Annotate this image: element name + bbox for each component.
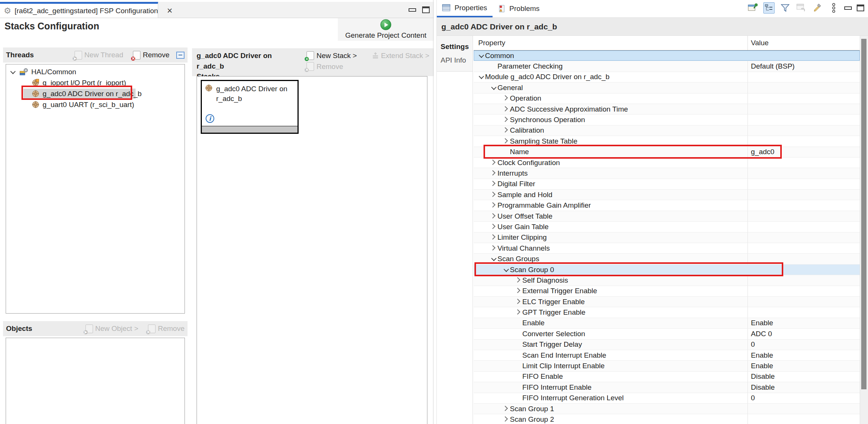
- chevron-down-icon[interactable]: [477, 72, 485, 82]
- stack-card-g-adc0[interactable]: g_adc0 ADC Driver on r_adc_b i: [201, 80, 299, 134]
- info-icon[interactable]: i: [206, 114, 214, 123]
- property-row[interactable]: Nameg_adc0: [474, 147, 860, 158]
- collapse-view-icon[interactable]: [176, 52, 185, 59]
- chevron-down-icon[interactable]: [502, 265, 510, 275]
- chevron-right-icon[interactable]: [489, 158, 497, 168]
- linked-tree-icon[interactable]: [763, 2, 775, 14]
- property-value[interactable]: [747, 126, 860, 136]
- property-value[interactable]: [747, 265, 860, 275]
- generate-project-content-button[interactable]: Generate Project Content: [338, 18, 434, 41]
- property-value[interactable]: [747, 104, 860, 114]
- new-object-button[interactable]: ➤ New Object >: [85, 325, 139, 333]
- property-value[interactable]: Default (BSP): [747, 61, 860, 71]
- tab-fsp-configuration[interactable]: ⚙ [ra6t2_adc_gettingstarted] FSP Configu…: [0, 2, 158, 18]
- property-value[interactable]: [747, 168, 860, 178]
- property-value[interactable]: [747, 51, 860, 61]
- remove-stack-button[interactable]: ✕ Remove: [307, 62, 343, 71]
- property-value[interactable]: [747, 190, 860, 200]
- property-row[interactable]: Interrupts: [474, 168, 860, 179]
- property-value[interactable]: [747, 211, 860, 221]
- property-value[interactable]: ADC 0: [747, 329, 860, 339]
- property-value[interactable]: [747, 254, 860, 264]
- property-value[interactable]: [747, 233, 860, 243]
- property-value[interactable]: 0: [747, 340, 860, 350]
- property-row[interactable]: Limiter Clipping: [474, 233, 860, 243]
- property-row[interactable]: Scan Group 2: [474, 414, 860, 424]
- tab-properties[interactable]: Properties: [437, 0, 493, 17]
- sash-divider[interactable]: [433, 0, 433, 424]
- chevron-down-icon[interactable]: [477, 51, 485, 61]
- property-value[interactable]: [747, 275, 860, 285]
- property-value[interactable]: [747, 93, 860, 104]
- property-row[interactable]: Module g_adc0 ADC Driver on r_adc_b: [474, 72, 860, 83]
- tree-item[interactable]: g_uart0 UART (r_sci_b_uart): [6, 99, 185, 110]
- maximize-icon[interactable]: [857, 5, 864, 11]
- new-stack-button[interactable]: + New Stack >: [307, 51, 357, 60]
- chevron-right-icon[interactable]: [514, 286, 522, 296]
- property-row[interactable]: Self Diagnosis: [474, 275, 860, 286]
- property-row[interactable]: FIFO Interrupt Generation Level0: [474, 393, 860, 404]
- chevron-right-icon[interactable]: [502, 93, 510, 104]
- tree-item[interactable]: g_adc0 ADC Driver on r_adc_b: [6, 88, 185, 99]
- property-value[interactable]: [747, 115, 860, 125]
- property-column-header[interactable]: Property: [474, 39, 747, 47]
- tab-problems[interactable]: Problems: [493, 0, 545, 17]
- highlight-icon[interactable]: [812, 2, 823, 14]
- property-row[interactable]: Sampling State Table: [474, 136, 860, 147]
- remove-object-button[interactable]: ✕ Remove: [148, 325, 185, 333]
- property-value[interactable]: Disable: [747, 382, 860, 392]
- sidebar-item-api-info[interactable]: API Info: [441, 56, 473, 64]
- chevron-right-icon[interactable]: [489, 243, 497, 253]
- view-menu-icon[interactable]: [828, 2, 839, 14]
- property-row[interactable]: Scan Groups: [474, 254, 860, 264]
- tree-item[interactable]: HAL/Common: [6, 66, 185, 77]
- chevron-right-icon[interactable]: [502, 115, 510, 125]
- property-value[interactable]: [747, 243, 860, 253]
- value-column-header[interactable]: Value: [747, 36, 860, 50]
- restore-defaults-icon[interactable]: [796, 2, 807, 14]
- chevron-right-icon[interactable]: [502, 414, 510, 424]
- sidebar-item-settings[interactable]: Settings: [441, 43, 473, 51]
- scrollbar-thumb[interactable]: [861, 39, 866, 389]
- property-row[interactable]: Start Trigger Delay0: [474, 340, 860, 350]
- chevron-right-icon[interactable]: [489, 222, 497, 232]
- property-value[interactable]: Enable: [747, 318, 860, 328]
- pin-view-icon[interactable]: [747, 2, 758, 14]
- close-icon[interactable]: ✕: [167, 6, 173, 15]
- property-value[interactable]: [747, 222, 860, 232]
- property-value[interactable]: [747, 404, 860, 414]
- property-row[interactable]: Parameter CheckingDefault (BSP): [474, 61, 860, 72]
- chevron-right-icon[interactable]: [514, 307, 522, 317]
- property-row[interactable]: Synchronous Operation: [474, 115, 860, 125]
- property-row[interactable]: FIFO Interrupt EnableDisable: [474, 382, 860, 393]
- property-row[interactable]: Operation: [474, 93, 860, 104]
- tree-item[interactable]: g_ioport I/O Port (r_ioport): [6, 77, 185, 88]
- chevron-right-icon[interactable]: [502, 136, 510, 146]
- property-row[interactable]: Scan Group 0: [474, 265, 860, 275]
- property-value[interactable]: [747, 200, 860, 210]
- property-value[interactable]: [747, 307, 860, 317]
- property-row[interactable]: User Offset Table: [474, 211, 860, 222]
- property-value[interactable]: [747, 179, 860, 189]
- property-value[interactable]: Enable: [747, 350, 860, 360]
- minimize-icon[interactable]: [844, 6, 852, 10]
- chevron-right-icon[interactable]: [502, 104, 510, 114]
- property-row[interactable]: Programmable Gain Amplifier: [474, 200, 860, 211]
- chevron-right-icon[interactable]: [489, 200, 497, 210]
- chevron-down-icon[interactable]: [489, 254, 497, 264]
- chevron-right-icon[interactable]: [502, 126, 510, 136]
- vertical-scrollbar[interactable]: [860, 36, 868, 424]
- extend-stack-button[interactable]: Extend Stack >: [372, 51, 429, 60]
- chevron-right-icon[interactable]: [489, 211, 497, 221]
- property-row[interactable]: Calibration: [474, 126, 860, 136]
- remove-thread-button[interactable]: ✕ Remove: [133, 51, 169, 60]
- chevron-down-icon[interactable]: [489, 83, 497, 93]
- chevron-down-icon[interactable]: [8, 66, 17, 77]
- maximize-icon[interactable]: [422, 6, 430, 13]
- property-value[interactable]: Disable: [747, 372, 860, 382]
- property-row[interactable]: GPT Trigger Enable: [474, 307, 860, 318]
- chevron-right-icon[interactable]: [502, 404, 510, 414]
- property-row[interactable]: ELC Trigger Enable: [474, 297, 860, 307]
- property-value[interactable]: g_adc0: [747, 147, 860, 157]
- property-row[interactable]: General: [474, 83, 860, 93]
